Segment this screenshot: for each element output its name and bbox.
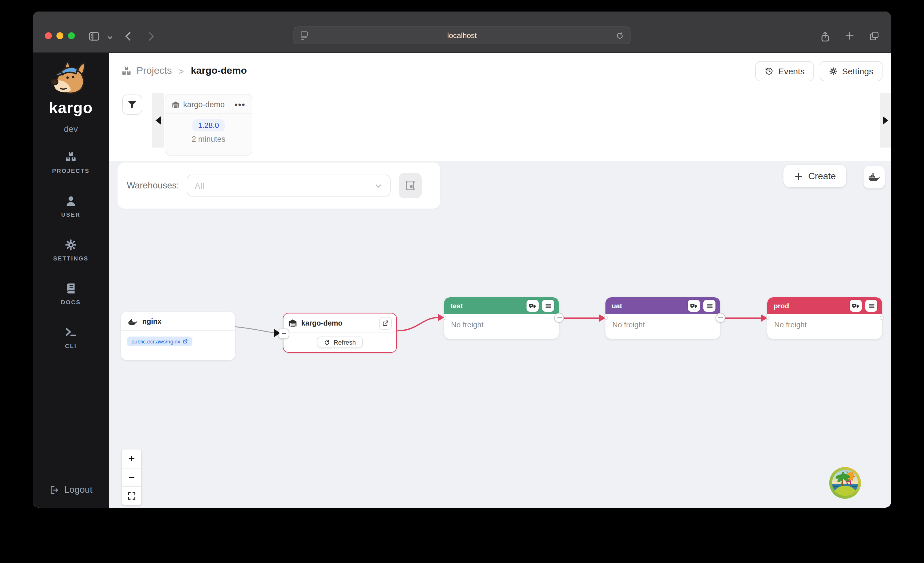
zoom-window-button[interactable]	[68, 32, 75, 39]
refresh-label: Refresh	[333, 339, 356, 346]
page-settings-icon	[300, 30, 309, 41]
browser-chrome: localhost	[33, 12, 891, 53]
pipeline-canvas: Warehouses: All Create	[109, 161, 891, 508]
breadcrumb-projects-link[interactable]: Projects	[136, 65, 172, 77]
fit-view-button[interactable]	[122, 486, 141, 505]
right-triangle-icon	[883, 116, 888, 125]
sidebar-item-label: PROJECTS	[52, 168, 90, 174]
truck-icon	[852, 303, 860, 309]
back-arrow-icon	[123, 29, 134, 43]
canvas-zoom-controls: + −	[122, 449, 141, 505]
stage-freight-status: No freight	[767, 314, 882, 335]
timeline-scroll-right[interactable]	[880, 93, 891, 147]
island-badge-icon	[829, 467, 861, 499]
events-button[interactable]: Events	[755, 61, 814, 81]
filter-button[interactable]	[122, 95, 142, 115]
warehouses-select[interactable]: All	[187, 175, 391, 197]
docker-whale-icon	[868, 172, 880, 182]
forward-arrow-icon	[145, 29, 157, 43]
user-icon	[64, 195, 77, 207]
brand-name: kargo	[49, 99, 93, 117]
settings-button[interactable]: Settings	[820, 61, 882, 81]
freight-card-menu-button[interactable]: •••	[234, 100, 245, 110]
book-icon	[64, 282, 77, 295]
warehouses-panel: Warehouses: All	[117, 162, 440, 209]
minus-icon	[718, 317, 723, 318]
stage-node-test[interactable]: test No freight	[444, 297, 559, 339]
create-button[interactable]: Create	[783, 165, 846, 187]
docker-whale-icon	[128, 318, 138, 325]
repo-node-nginx[interactable]: nginx public.ecr.aws/nginx	[121, 312, 235, 360]
plus-icon	[794, 171, 803, 181]
warehouse-open-button[interactable]	[379, 317, 392, 330]
freight-timeline: kargo-demo ••• 1.28.0 2 minutes	[109, 89, 891, 161]
breadcrumb-separator: >	[179, 66, 184, 76]
projects-boxes-icon	[121, 65, 132, 77]
new-tab-icon[interactable]	[844, 30, 855, 41]
stage-menu-button[interactable]	[704, 300, 716, 312]
funnel-icon	[127, 100, 137, 110]
repo-link[interactable]: public.ecr.aws/nginx	[127, 336, 192, 346]
sidebar-item-cli[interactable]: CLI	[64, 326, 77, 349]
stage-freight-button[interactable]	[688, 300, 700, 312]
stage-freight-button[interactable]	[850, 300, 862, 312]
sidebar-item-docs[interactable]: DOCS	[61, 282, 81, 305]
kargo-logo	[46, 61, 96, 98]
freight-card[interactable]: kargo-demo ••• 1.28.0 2 minutes	[165, 94, 252, 156]
sidebar: kargo dev PROJECTS USER SETTINGS	[33, 53, 109, 508]
collapse-warehouse-button[interactable]	[278, 329, 289, 339]
truck-icon	[690, 303, 698, 309]
sidebar-item-label: SETTINGS	[53, 255, 88, 261]
zoom-out-button[interactable]: −	[122, 468, 141, 486]
stage-header: test	[444, 297, 559, 314]
breadcrumb: Projects > kargo-demo	[121, 65, 247, 77]
stage-freight-button[interactable]	[526, 300, 538, 312]
sidebar-item-label: CLI	[65, 343, 77, 349]
external-link-icon	[382, 320, 389, 327]
warehouse-icon	[172, 101, 180, 109]
warehouses-select-value: All	[195, 181, 375, 191]
gear-icon	[64, 239, 77, 251]
reload-icon[interactable]	[615, 31, 624, 40]
tab-overview-icon[interactable]	[869, 30, 880, 42]
minimize-window-button[interactable]	[57, 32, 63, 39]
stage-menu-button[interactable]	[542, 300, 554, 312]
back-button[interactable]	[123, 29, 134, 43]
refresh-button[interactable]: Refresh	[317, 336, 363, 348]
stage-node-prod[interactable]: prod No freight	[767, 297, 882, 339]
address-bar[interactable]: localhost	[294, 27, 630, 44]
logout-button[interactable]: Logout	[33, 485, 109, 495]
stage-menu-button[interactable]	[865, 300, 878, 312]
logout-icon	[49, 485, 59, 495]
chevron-down-icon	[375, 182, 382, 189]
zoom-in-button[interactable]: +	[122, 449, 141, 468]
freight-card-name: kargo-demo	[183, 100, 231, 109]
stage-header: prod	[767, 297, 882, 314]
stage-node-uat[interactable]: uat No freight	[606, 297, 720, 339]
left-triangle-icon	[156, 116, 161, 125]
history-icon	[764, 66, 774, 75]
share-icon[interactable]	[820, 30, 831, 43]
tab-group-chevron[interactable]	[106, 35, 114, 41]
sidebar-item-settings[interactable]: SETTINGS	[53, 239, 88, 261]
sidebar-toggle-button[interactable]	[88, 30, 100, 43]
close-window-button[interactable]	[45, 32, 52, 39]
traffic-lights	[45, 32, 75, 39]
freight-age: 2 minutes	[165, 135, 252, 144]
stage-freight-status: No freight	[606, 314, 720, 335]
chrome-right-actions	[820, 30, 880, 43]
docker-images-button[interactable]	[864, 166, 885, 188]
forward-button[interactable]	[145, 29, 157, 43]
page-title: kargo-demo	[190, 65, 247, 77]
collapse-stage-button[interactable]	[716, 313, 725, 323]
hamburger-icon	[706, 303, 713, 309]
collapse-stage-button[interactable]	[554, 313, 564, 323]
warehouse-node-kargo-demo[interactable]: kargo-demo Refresh	[283, 313, 397, 353]
timeline-scroll-left[interactable]	[152, 93, 164, 147]
sidebar-item-projects[interactable]: PROJECTS	[52, 151, 90, 174]
freight-version-tag[interactable]: 1.28.0	[192, 119, 225, 131]
stage-image-view-button[interactable]	[399, 173, 422, 198]
sidebar-item-user[interactable]: USER	[62, 195, 81, 218]
events-label: Events	[778, 66, 805, 76]
stage-name: prod	[774, 302, 846, 310]
